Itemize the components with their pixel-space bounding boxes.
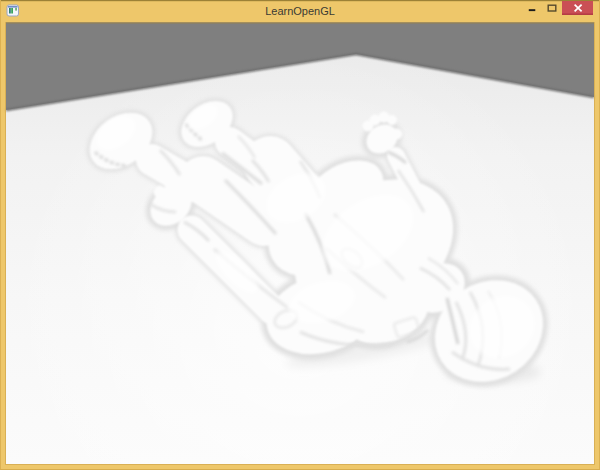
svg-text:LearnOpenGL: LearnOpenGL bbox=[265, 5, 335, 17]
